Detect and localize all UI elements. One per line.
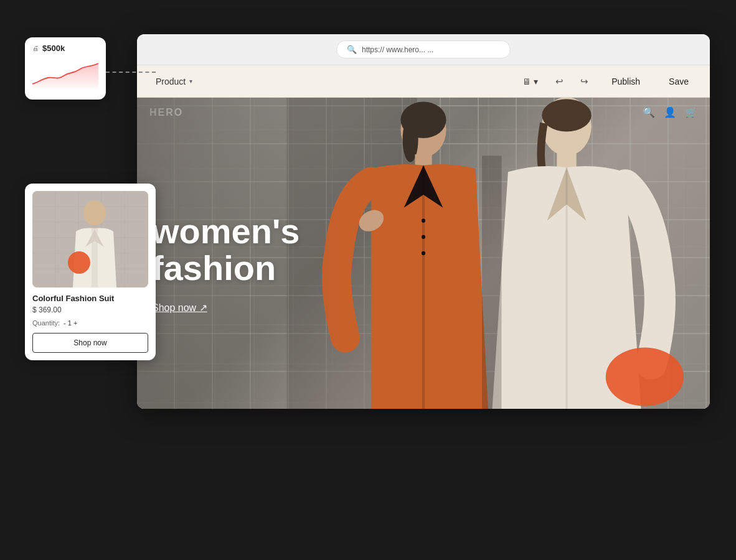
svg-rect-27 (482, 156, 501, 409)
quantity-stepper[interactable]: - 1 + (64, 319, 77, 327)
product-price: $ 369.00 (32, 306, 148, 314)
undo-button[interactable]: ↩ (549, 72, 569, 91)
browser-bar: 🔍 https:// www.hero... ... (137, 34, 710, 65)
hero-title-line2: fashion (152, 248, 276, 287)
device-selector-button[interactable]: 🖥 ▾ (516, 73, 544, 90)
quantity-controls[interactable]: - 1 + (64, 319, 77, 327)
hero-user-icon[interactable]: 👤 (664, 106, 676, 118)
product-card: Colorful Fashion Suit $ 369.00 Quantity:… (25, 184, 156, 360)
svg-point-11 (68, 251, 90, 274)
publish-button[interactable]: Publish (599, 72, 653, 91)
search-icon: 🔍 (347, 45, 357, 54)
analytics-card: 🖨 $500k (25, 37, 106, 100)
toolbar-left: Product ▾ (147, 73, 201, 90)
monitor-icon: 🖥 (522, 77, 531, 86)
url-text: https:// www.hero... ... (362, 45, 433, 54)
product-label: Product (156, 77, 186, 86)
svg-point-26 (606, 348, 684, 406)
hero-shop-link[interactable]: Shop now ↗ (152, 301, 300, 313)
editor-toolbar: Product ▾ 🖥 ▾ ↩ ↪ Publish Save (137, 65, 710, 98)
toolbar-right: 🖥 ▾ ↩ ↪ Publish Save (516, 72, 700, 91)
product-quantity-row: Quantity: - 1 + (32, 319, 148, 327)
save-button[interactable]: Save (658, 72, 700, 91)
product-shop-now-button[interactable]: Shop now (32, 333, 148, 353)
device-dropdown-arrow: ▾ (534, 77, 538, 86)
hero-section: HERO 🔍 👤 🛒 women's fashion Shop now ↗ (137, 98, 710, 409)
hero-search-icon[interactable]: 🔍 (643, 106, 655, 118)
product-name: Colorful Fashion Suit (32, 294, 148, 303)
dashed-connector (106, 72, 156, 73)
svg-point-10 (83, 200, 106, 225)
redo-button[interactable]: ↪ (574, 72, 594, 91)
hero-title-line1: women's (152, 212, 300, 251)
hero-nav-icons: 🔍 👤 🛒 (643, 106, 697, 118)
undo-icon: ↩ (555, 76, 564, 87)
editor-container: 🔍 https:// www.hero... ... Product ▾ 🖥 ▾… (137, 34, 710, 409)
hero-cart-icon[interactable]: 🛒 (685, 106, 697, 118)
hero-content: women's fashion Shop now ↗ (152, 213, 300, 314)
analytics-icon: 🖨 (32, 45, 39, 52)
quantity-label: Quantity: (32, 319, 60, 327)
dropdown-arrow-icon: ▾ (189, 78, 192, 85)
analytics-header: 🖨 $500k (32, 44, 98, 53)
url-bar[interactable]: 🔍 https:// www.hero... ... (336, 40, 511, 58)
hero-title: women's fashion (152, 213, 300, 287)
redo-icon: ↪ (580, 76, 588, 87)
product-image (32, 191, 148, 287)
analytics-value: $500k (42, 44, 65, 53)
product-image-svg (32, 191, 148, 287)
product-dropdown-button[interactable]: Product ▾ (147, 73, 201, 90)
revenue-chart (32, 60, 98, 88)
